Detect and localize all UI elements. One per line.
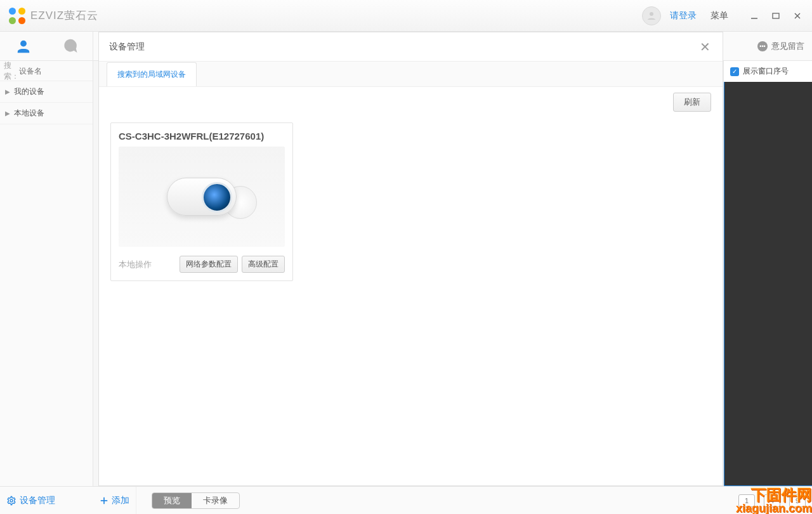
dialog-toolbar: 刷新 xyxy=(99,87,723,117)
device-manage-label: 设备管理 xyxy=(20,495,55,506)
bottom-left-group: 设备管理 添加 xyxy=(0,487,136,514)
search-row: 搜索： ✕ 🔍 xyxy=(0,61,93,81)
add-device-button[interactable]: 添加 xyxy=(100,495,129,506)
close-window-button[interactable] xyxy=(788,6,807,25)
tab-chat-icon[interactable] xyxy=(46,38,93,55)
left-icon-tabs xyxy=(0,32,93,60)
brand-text: EZVIZ萤石云 xyxy=(30,8,98,23)
feedback-link[interactable]: ••• 意见留言 xyxy=(757,41,804,52)
minimize-button[interactable] xyxy=(745,6,764,25)
tree-local-devices[interactable]: ▶本地设备 xyxy=(0,103,93,124)
device-footer: 本地操作 网络参数配置 高级配置 xyxy=(119,256,285,273)
layout-1-button[interactable]: 1 xyxy=(738,494,755,507)
dialog-tabs: 搜索到的局域网设备 xyxy=(99,62,723,87)
svg-point-6 xyxy=(10,499,13,502)
chevron-right-icon: ▶ xyxy=(5,88,10,95)
layout-buttons: 1 4 9 下固件网 xiagujian.com xyxy=(738,494,812,507)
dialog-title: 设备管理 xyxy=(109,41,145,53)
login-link[interactable]: 请登录 xyxy=(670,10,697,22)
body-area: 搜索： ✕ 🔍 ▶我的设备 ▶本地设备 设备管理 ✕ 搜索到的局域网设备 刷新 … xyxy=(0,61,812,486)
center-pane: 设备管理 ✕ 搜索到的局域网设备 刷新 CS-C3HC-3H2WFRL(E127… xyxy=(93,61,723,486)
sidebar: 搜索： ✕ 🔍 ▶我的设备 ▶本地设备 xyxy=(0,61,93,486)
add-device-label: 添加 xyxy=(112,495,129,506)
device-manager-dialog: 设备管理 ✕ 搜索到的局域网设备 刷新 CS-C3HC-3H2WFRL(E127… xyxy=(98,32,723,486)
plus-icon xyxy=(100,496,108,505)
device-thumbnail xyxy=(119,147,285,247)
device-name-label: CS-C3HC-3H2WFRL(E12727601) xyxy=(119,131,285,142)
seg-record[interactable]: 卡录像 xyxy=(192,493,239,508)
bottom-bar: 设备管理 添加 预览 卡录像 1 4 9 下固件网 xiagujian.com xyxy=(0,486,812,514)
tree-my-devices[interactable]: ▶我的设备 xyxy=(0,81,93,103)
camera-body-graphic xyxy=(167,178,237,216)
device-grid: CS-C3HC-3H2WFRL(E12727601) 本地操作 网络参数配置 高… xyxy=(99,117,723,286)
advanced-config-button[interactable]: 高级配置 xyxy=(242,256,285,273)
show-seq-label: 展示窗口序号 xyxy=(743,66,789,77)
tree-my-devices-label: 我的设备 xyxy=(14,86,44,97)
title-bar: EZVIZ萤石云 请登录 菜单 xyxy=(0,0,812,32)
device-manage-button[interactable]: 设备管理 xyxy=(6,495,55,506)
camera-lens-graphic xyxy=(202,182,232,213)
show-window-seq-toggle[interactable]: ✓ 展示窗口序号 xyxy=(724,61,812,82)
layout-9-button[interactable]: 9 xyxy=(789,494,806,507)
menu-link[interactable]: 菜单 xyxy=(710,10,728,22)
device-card: CS-C3HC-3H2WFRL(E12727601) 本地操作 网络参数配置 高… xyxy=(110,122,293,281)
user-avatar-icon[interactable] xyxy=(642,6,661,25)
svg-rect-2 xyxy=(773,13,779,18)
feedback-label: 意见留言 xyxy=(771,41,804,52)
local-op-label: 本地操作 xyxy=(119,259,152,270)
checkbox-checked-icon: ✓ xyxy=(730,67,739,76)
dialog-close-icon[interactable]: ✕ xyxy=(697,39,712,55)
seg-preview[interactable]: 预览 xyxy=(152,493,192,508)
app-logo-icon xyxy=(9,8,25,24)
network-config-button[interactable]: 网络参数配置 xyxy=(180,256,238,273)
svg-point-0 xyxy=(650,12,653,16)
preview-viewport[interactable] xyxy=(724,82,812,486)
svg-point-5 xyxy=(20,41,26,46)
feedback-bubble-icon: ••• xyxy=(757,41,768,51)
right-panel: ✓ 展示窗口序号 xyxy=(723,61,812,486)
gear-icon xyxy=(6,496,16,506)
view-mode-segment: 预览 卡录像 xyxy=(152,492,240,509)
chevron-right-icon: ▶ xyxy=(5,110,10,117)
tab-lan-devices[interactable]: 搜索到的局域网设备 xyxy=(107,62,197,86)
refresh-button[interactable]: 刷新 xyxy=(673,93,711,112)
search-label: 搜索： xyxy=(4,60,19,82)
maximize-button[interactable] xyxy=(766,6,785,25)
dialog-header: 设备管理 ✕ xyxy=(99,32,723,62)
tree-local-devices-label: 本地设备 xyxy=(14,108,44,119)
tab-contacts-icon[interactable] xyxy=(0,38,46,55)
layout-4-button[interactable]: 4 xyxy=(764,494,780,507)
